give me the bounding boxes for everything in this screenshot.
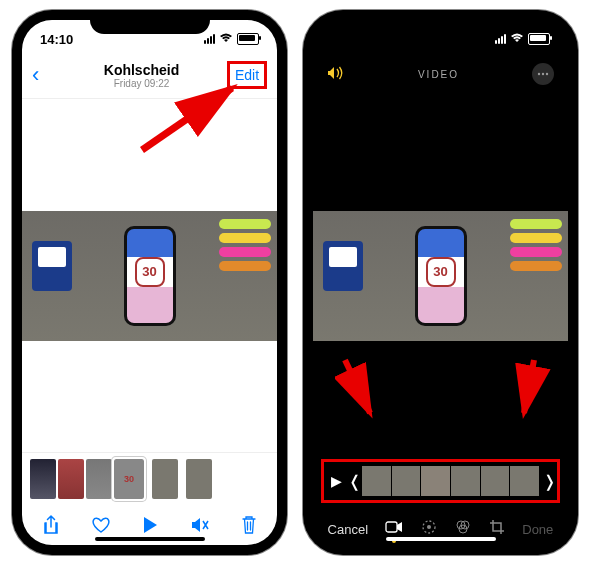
play-icon[interactable]: ▶ xyxy=(328,473,344,489)
thumbnail[interactable] xyxy=(186,459,212,499)
wifi-icon xyxy=(219,33,233,45)
edit-content: 30 ▶ ❬ ❭ Cancel xyxy=(313,92,568,545)
thumbnail[interactable] xyxy=(58,459,84,499)
wifi-icon xyxy=(510,33,524,45)
edit-nav-bar: VIDEO xyxy=(313,52,568,92)
back-button[interactable]: ‹ xyxy=(32,62,56,88)
markers-graphic xyxy=(219,219,271,271)
done-button[interactable]: Done xyxy=(522,522,553,537)
content-area: 30 30 xyxy=(22,99,277,545)
svg-line-0 xyxy=(142,88,232,150)
page-title: Kohlscheid xyxy=(56,62,227,78)
trim-timeline[interactable]: ▶ ❬ ❭ xyxy=(321,459,560,503)
annotation-arrow-right xyxy=(504,355,554,425)
svg-line-10 xyxy=(345,360,370,413)
battery-icon xyxy=(528,33,550,45)
notch xyxy=(381,10,501,34)
screen-video-edit: VIDEO 30 xyxy=(313,20,568,545)
svg-point-3 xyxy=(546,73,548,75)
svg-rect-4 xyxy=(386,522,397,532)
annotation-arrow-left xyxy=(335,355,395,425)
signal-icon xyxy=(495,34,506,44)
markers-graphic xyxy=(510,219,562,271)
cancel-button[interactable]: Cancel xyxy=(328,522,368,537)
trash-icon[interactable] xyxy=(241,515,257,540)
annotation-arrow xyxy=(132,80,252,160)
video-preview: 30 xyxy=(22,211,277,341)
trim-end-handle[interactable]: ❭ xyxy=(543,472,553,491)
trim-start-handle[interactable]: ❬ xyxy=(348,472,358,491)
heart-icon[interactable] xyxy=(91,516,111,539)
mute-icon[interactable] xyxy=(190,516,210,539)
phone-in-image: 30 xyxy=(124,226,176,326)
thumbnail-strip[interactable]: 30 xyxy=(22,452,277,505)
thumbnail[interactable] xyxy=(30,459,56,499)
phone-right: VIDEO 30 xyxy=(303,10,578,555)
status-right xyxy=(204,33,259,45)
notch xyxy=(90,10,210,34)
thumbnail[interactable] xyxy=(152,459,178,499)
cup-graphic xyxy=(323,241,363,291)
cup-graphic xyxy=(32,241,72,291)
phone-left: 14:10 ‹ Kohlscheid Friday 09:22 Edit xyxy=(12,10,287,555)
trim-frames[interactable] xyxy=(362,466,539,496)
signal-icon xyxy=(204,34,215,44)
video-tab-icon[interactable] xyxy=(385,520,403,538)
play-icon[interactable] xyxy=(142,516,158,539)
status-time: 14:10 xyxy=(40,32,73,47)
badge-30: 30 xyxy=(426,257,456,287)
badge-30: 30 xyxy=(135,257,165,287)
status-right xyxy=(495,33,550,45)
battery-icon xyxy=(237,33,259,45)
svg-point-6 xyxy=(427,525,431,529)
svg-point-2 xyxy=(542,73,544,75)
home-indicator[interactable] xyxy=(386,537,496,541)
filters-tab-icon[interactable] xyxy=(454,519,472,539)
video-preview: 30 xyxy=(313,211,568,341)
svg-point-1 xyxy=(538,73,540,75)
more-button[interactable] xyxy=(532,63,554,85)
phone-in-image: 30 xyxy=(415,226,467,326)
svg-line-11 xyxy=(524,360,534,413)
home-indicator[interactable] xyxy=(95,537,205,541)
mode-label: VIDEO xyxy=(345,69,532,80)
adjust-tab-icon[interactable] xyxy=(421,519,437,539)
crop-tab-icon[interactable] xyxy=(489,519,505,539)
thumbnail-selected[interactable]: 30 xyxy=(114,459,144,499)
share-icon[interactable] xyxy=(42,515,60,540)
volume-icon[interactable] xyxy=(327,66,345,83)
thumbnail[interactable] xyxy=(86,459,112,499)
